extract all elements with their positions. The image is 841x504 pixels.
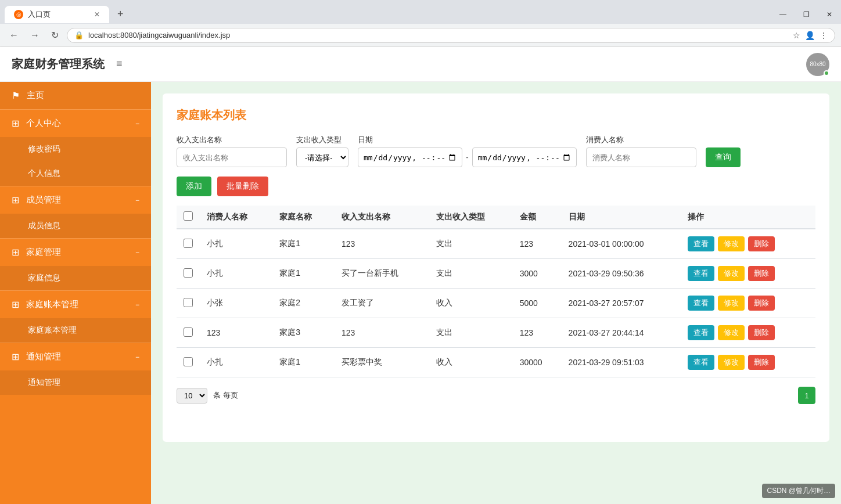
table-body: 小扎 家庭1 123 支出 123 2021-03-01 00:00:00 查看… bbox=[177, 229, 815, 377]
view-button-1[interactable]: 查看 bbox=[688, 266, 714, 281]
view-button-4[interactable]: 查看 bbox=[688, 355, 714, 370]
row-consumer: 小扎 bbox=[200, 259, 272, 289]
delete-button-0[interactable]: 删除 bbox=[748, 236, 775, 251]
row-checkbox-cell bbox=[177, 229, 200, 259]
personal-submenu: 修改密码 个人信息 bbox=[0, 137, 151, 186]
close-button[interactable]: ✕ bbox=[818, 6, 841, 23]
add-button[interactable]: 添加 bbox=[177, 177, 211, 196]
bookmark-icon[interactable]: ☆ bbox=[793, 31, 800, 40]
delete-button-2[interactable]: 删除 bbox=[748, 296, 775, 311]
user-avatar[interactable]: 80x80 bbox=[806, 53, 829, 76]
row-checkbox-4[interactable] bbox=[184, 357, 193, 366]
sidebar-item-personal-info[interactable]: 个人信息 bbox=[0, 161, 151, 186]
sidebar-item-notice[interactable]: ⊞ 通知管理 − bbox=[0, 343, 151, 370]
select-all-checkbox[interactable] bbox=[184, 211, 193, 221]
account-submenu: 家庭账本管理 bbox=[0, 318, 151, 343]
consumer-input[interactable] bbox=[586, 147, 696, 167]
main-content: 家庭账本列表 收入支出名称 支出收入类型 -请选择- 支出 收入 bbox=[151, 82, 841, 504]
row-checkbox-3[interactable] bbox=[184, 327, 193, 337]
sidebar: ⚑ 主页 ⊞ 个人中心 − 修改密码 个人信息 ⊞ bbox=[0, 82, 151, 504]
row-type: 支出 bbox=[429, 259, 513, 289]
row-actions: 查看 修改 删除 bbox=[681, 229, 815, 259]
row-checkbox-2[interactable] bbox=[184, 298, 193, 307]
sidebar-item-account[interactable]: ⊞ 家庭账本管理 − bbox=[0, 291, 151, 318]
profile-icon[interactable]: 👤 bbox=[805, 31, 815, 40]
row-checkbox-cell bbox=[177, 259, 200, 289]
hamburger-button[interactable]: ≡ bbox=[116, 58, 123, 70]
sidebar-item-change-password[interactable]: 修改密码 bbox=[0, 137, 151, 161]
address-bar[interactable]: 🔒 localhost:8080/jiatingcaiwuguanli/inde… bbox=[67, 28, 835, 43]
back-button[interactable]: ← bbox=[6, 28, 22, 43]
sidebar-item-family-info[interactable]: 家庭信息 bbox=[0, 266, 151, 290]
address-icons: ☆ 👤 ⋮ bbox=[793, 31, 828, 40]
active-tab[interactable]: ◎ 入口页 ✕ bbox=[5, 6, 109, 23]
forward-button[interactable]: → bbox=[27, 28, 43, 43]
view-button-0[interactable]: 查看 bbox=[688, 236, 714, 251]
delete-button-1[interactable]: 删除 bbox=[748, 266, 775, 281]
row-actions: 查看 修改 删除 bbox=[681, 348, 815, 377]
sidebar-item-personal[interactable]: ⊞ 个人中心 − bbox=[0, 110, 151, 137]
type-select[interactable]: -请选择- 支出 收入 bbox=[296, 147, 348, 167]
row-date: 2021-03-01 00:00:00 bbox=[562, 229, 681, 259]
date-range: - bbox=[358, 147, 577, 167]
account-manage-label: 家庭账本管理 bbox=[28, 325, 77, 334]
family-submenu: 家庭信息 bbox=[0, 266, 151, 290]
row-actions: 查看 修改 删除 bbox=[681, 318, 815, 348]
edit-button-0[interactable]: 修改 bbox=[718, 236, 745, 251]
th-name: 收入支出名称 bbox=[335, 206, 429, 229]
income-expense-input[interactable] bbox=[177, 147, 287, 167]
row-family: 家庭1 bbox=[272, 348, 335, 377]
action-row: 添加 批量删除 bbox=[177, 177, 815, 196]
refresh-button[interactable]: ↻ bbox=[48, 27, 62, 43]
restore-button[interactable]: ❐ bbox=[795, 6, 818, 23]
row-checkbox-1[interactable] bbox=[184, 268, 193, 278]
edit-button-4[interactable]: 修改 bbox=[718, 355, 745, 370]
table-row: 小扎 家庭1 123 支出 123 2021-03-01 00:00:00 查看… bbox=[177, 229, 815, 259]
row-consumer: 123 bbox=[200, 318, 272, 348]
minimize-button[interactable]: — bbox=[771, 6, 795, 23]
content-card: 家庭账本列表 收入支出名称 支出收入类型 -请选择- 支出 收入 bbox=[163, 93, 829, 442]
date-end-input[interactable] bbox=[472, 147, 577, 167]
personal-icon: ⊞ bbox=[12, 118, 19, 129]
edit-button-3[interactable]: 修改 bbox=[718, 325, 745, 340]
delete-button-4[interactable]: 删除 bbox=[748, 355, 775, 370]
th-consumer: 消费人名称 bbox=[200, 206, 272, 229]
page-btn-1[interactable]: 1 bbox=[798, 387, 815, 404]
date-start-input[interactable] bbox=[358, 147, 462, 167]
query-button[interactable]: 查询 bbox=[706, 147, 741, 167]
new-tab-button[interactable]: + bbox=[112, 5, 130, 24]
sidebar-item-member-info[interactable]: 成员信息 bbox=[0, 214, 151, 238]
menu-icon[interactable]: ⋮ bbox=[820, 31, 828, 40]
change-password-label: 修改密码 bbox=[28, 144, 60, 153]
row-actions: 查看 修改 删除 bbox=[681, 259, 815, 289]
tab-close-button[interactable]: ✕ bbox=[94, 10, 100, 19]
per-page-label: 条 每页 bbox=[213, 390, 238, 401]
row-amount: 123 bbox=[513, 318, 562, 348]
view-button-3[interactable]: 查看 bbox=[688, 325, 714, 340]
edit-button-2[interactable]: 修改 bbox=[718, 296, 745, 311]
consumer-label: 消费人名称 bbox=[586, 135, 696, 145]
view-button-2[interactable]: 查看 bbox=[688, 296, 714, 311]
delete-button-3[interactable]: 删除 bbox=[748, 325, 775, 340]
sidebar-item-account-manage[interactable]: 家庭账本管理 bbox=[0, 318, 151, 343]
member-icon: ⊞ bbox=[12, 195, 19, 206]
row-amount: 3000 bbox=[513, 259, 562, 289]
row-checkbox-0[interactable] bbox=[184, 239, 193, 248]
sidebar-item-member[interactable]: ⊞ 成员管理 − bbox=[0, 186, 151, 214]
sidebar-item-notice-manage[interactable]: 通知管理 bbox=[0, 370, 151, 395]
table-header-row: 消费人名称 家庭名称 收入支出名称 支出收入类型 金额 日期 操作 bbox=[177, 206, 815, 229]
row-date: 2021-03-27 20:44:14 bbox=[562, 318, 681, 348]
per-page-container: 10 20 50 条 每页 bbox=[177, 388, 238, 404]
income-expense-filter: 收入支出名称 bbox=[177, 135, 287, 167]
family-icon: ⊞ bbox=[12, 247, 19, 258]
member-submenu: 成员信息 bbox=[0, 214, 151, 238]
avatar-online-dot bbox=[824, 70, 829, 76]
row-amount: 123 bbox=[513, 229, 562, 259]
sidebar-item-family[interactable]: ⊞ 家庭管理 − bbox=[0, 239, 151, 266]
per-page-select[interactable]: 10 20 50 bbox=[177, 388, 207, 404]
sidebar-item-home[interactable]: ⚑ 主页 bbox=[0, 82, 151, 109]
edit-button-1[interactable]: 修改 bbox=[718, 266, 745, 281]
batch-delete-button[interactable]: 批量删除 bbox=[217, 177, 268, 196]
sidebar-family-label: 家庭管理 bbox=[26, 247, 61, 258]
income-expense-label: 收入支出名称 bbox=[177, 135, 287, 145]
